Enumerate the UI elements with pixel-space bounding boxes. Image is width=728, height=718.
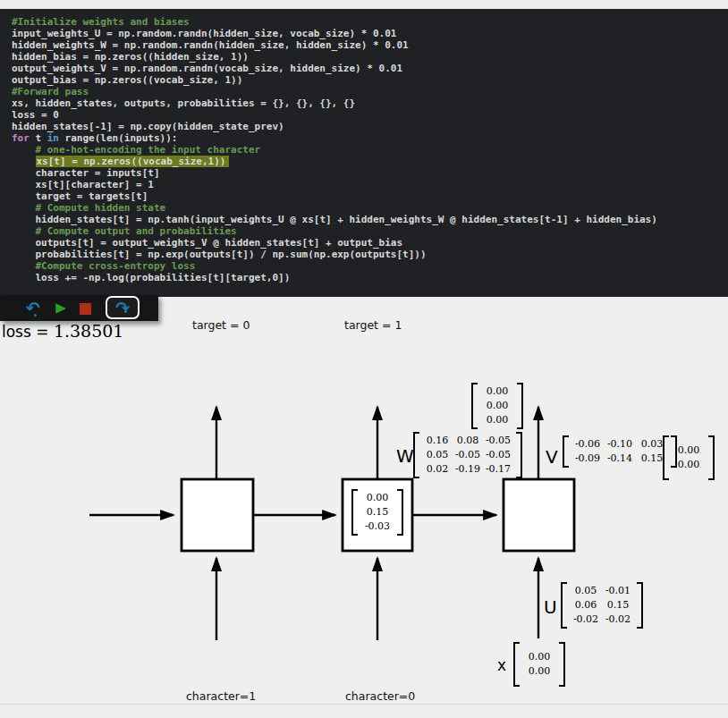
hidden-state-vector: 0.000.15-0.03 bbox=[351, 489, 403, 536]
bracket-right bbox=[397, 489, 403, 536]
bracket-left bbox=[413, 432, 419, 478]
u-matrix-label: U bbox=[544, 596, 557, 618]
output-probability-vector: 0.000.00 bbox=[663, 435, 715, 480]
v-matrix: -0.06-0.100.03-0.09-0.140.15 bbox=[563, 435, 677, 468]
rnn-cell-left bbox=[182, 479, 253, 551]
bracket-right bbox=[517, 383, 523, 429]
bracket-left bbox=[663, 435, 669, 480]
bottom-strip bbox=[0, 704, 728, 718]
u-matrix: 0.05-0.010.060.15-0.02-0.02 bbox=[561, 582, 643, 629]
bracket-left bbox=[513, 642, 520, 687]
bracket-left bbox=[561, 582, 567, 629]
hidden-out-vector: 0.000.000.00 bbox=[471, 383, 523, 429]
v-matrix-label: V bbox=[546, 446, 558, 468]
x-vector-label: x bbox=[497, 656, 506, 674]
rnn-cell-right bbox=[504, 479, 574, 551]
bracket-left bbox=[563, 435, 569, 468]
bracket-right bbox=[516, 432, 522, 478]
bracket-right bbox=[637, 582, 643, 629]
x-input-vector: 0.000.00 bbox=[513, 642, 565, 687]
bracket-right bbox=[559, 642, 565, 687]
bracket-right bbox=[708, 435, 715, 480]
bracket-left bbox=[471, 383, 478, 429]
w-matrix-label: W bbox=[396, 445, 414, 467]
bracket-left bbox=[351, 489, 358, 536]
w-matrix: 0.160.08-0.050.05-0.05-0.050.02-0.19-0.1… bbox=[413, 432, 522, 478]
